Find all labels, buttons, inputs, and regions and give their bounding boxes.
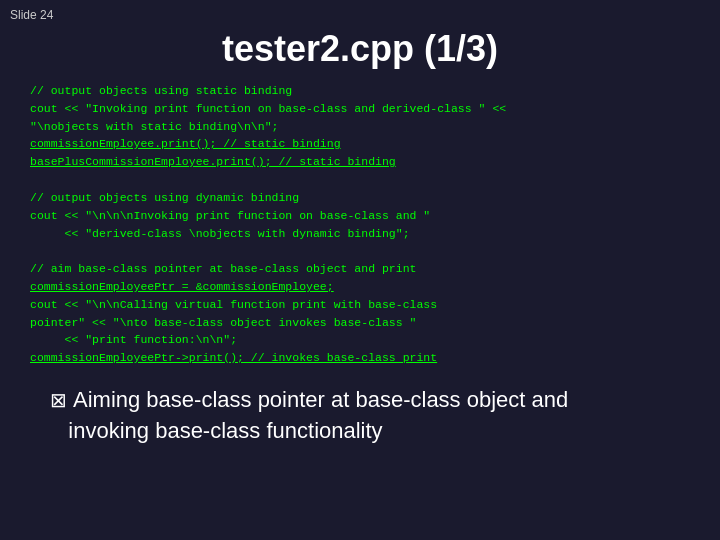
bullet-icon: ⊠ [50, 389, 67, 411]
bullet-section: ⊠Aiming base-class pointer at base-class… [30, 385, 690, 447]
slide-title: tester2.cpp (1/3) [0, 28, 720, 70]
slide-label: Slide 24 [10, 8, 53, 22]
content-area: // output objects using static binding c… [0, 82, 720, 447]
bullet-text: ⊠Aiming base-class pointer at base-class… [50, 385, 670, 447]
code-block: // output objects using static binding c… [30, 82, 690, 367]
bullet-content: Aiming base-class pointer at base-class … [50, 387, 568, 443]
